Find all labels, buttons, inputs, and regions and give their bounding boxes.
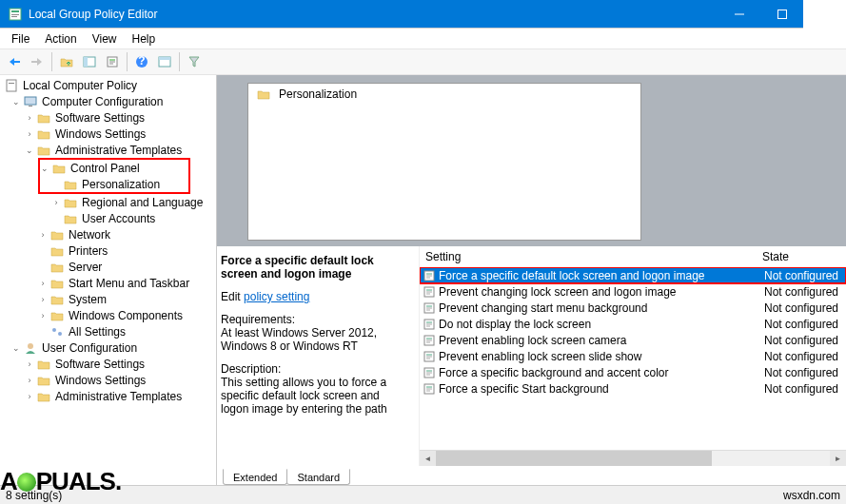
tree-server[interactable]: Server xyxy=(2,259,214,275)
menu-help[interactable]: Help xyxy=(125,30,164,48)
menu-file[interactable]: File xyxy=(4,30,37,48)
settings-icon xyxy=(49,325,65,339)
collapse-icon[interactable]: ⌄ xyxy=(40,164,49,173)
settings-row[interactable]: Force a specific background and accent c… xyxy=(420,364,846,380)
requirements-section: Requirements: At least Windows Server 20… xyxy=(221,313,409,353)
policy-icon xyxy=(4,79,19,92)
minimize-button[interactable] xyxy=(718,0,760,29)
setting-label: Prevent enabling lock screen camera xyxy=(439,334,764,347)
help-button[interactable]: ? xyxy=(131,51,152,72)
edit-policy-link[interactable]: policy setting xyxy=(244,290,309,303)
setting-icon xyxy=(422,285,437,299)
tree-printers[interactable]: Printers xyxy=(2,242,214,259)
maximize-button[interactable] xyxy=(760,0,803,29)
settings-header: Setting State xyxy=(420,246,846,267)
setting-icon xyxy=(422,334,437,347)
folder-icon xyxy=(49,244,65,258)
tree-u-software[interactable]: › Software Settings xyxy=(2,356,214,372)
tree-system[interactable]: › System xyxy=(2,291,214,307)
expand-icon[interactable]: › xyxy=(25,376,34,385)
computer-icon xyxy=(23,95,38,108)
collapse-icon[interactable]: ⌄ xyxy=(11,97,21,107)
tree-personalization[interactable]: Personalization xyxy=(40,176,188,192)
description-label: Description: xyxy=(221,362,409,376)
collapse-icon[interactable]: ⌄ xyxy=(25,145,34,155)
window-title: Local Group Policy Editor xyxy=(29,8,718,21)
expand-icon[interactable]: › xyxy=(25,129,34,139)
folder-icon xyxy=(36,390,51,403)
settings-row[interactable]: Do not display the lock screenNot config… xyxy=(420,316,846,332)
expand-icon[interactable]: › xyxy=(25,392,34,401)
setting-icon xyxy=(422,269,437,282)
edit-link-row: Edit policy setting xyxy=(221,290,409,303)
folder-icon xyxy=(49,277,65,290)
back-button[interactable] xyxy=(4,51,25,72)
settings-row[interactable]: Force a specific default lock screen and… xyxy=(420,267,846,283)
tree-all-settings[interactable]: All Settings xyxy=(2,323,214,339)
folder-icon xyxy=(49,228,65,242)
tree-computer-config[interactable]: ⌄ Computer Configuration xyxy=(2,93,214,109)
selected-setting-title: Force a specific default lock screen and… xyxy=(221,254,409,281)
scroll-thumb[interactable] xyxy=(436,451,712,466)
folder-icon xyxy=(63,196,78,209)
collapse-icon[interactable]: ⌄ xyxy=(11,343,21,353)
expand-icon[interactable]: › xyxy=(25,113,34,123)
setting-icon xyxy=(422,301,437,315)
column-state[interactable]: State xyxy=(762,250,844,263)
tree-start-menu[interactable]: › Start Menu and Taskbar xyxy=(2,275,214,291)
properties-button[interactable] xyxy=(102,51,123,72)
tree-control-panel[interactable]: ⌄ Control Panel xyxy=(40,160,188,176)
expand-icon[interactable]: › xyxy=(25,359,34,369)
settings-row[interactable]: Prevent changing start menu backgroundNo… xyxy=(420,300,846,316)
tree-user-accounts[interactable]: User Accounts xyxy=(2,210,214,226)
tree-network[interactable]: › Network xyxy=(2,226,214,242)
tree-u-admin-templates[interactable]: › Administrative Templates xyxy=(2,388,214,404)
expand-icon[interactable]: › xyxy=(38,311,48,320)
forward-button[interactable] xyxy=(27,51,48,72)
settings-row[interactable]: Prevent enabling lock screen slide showN… xyxy=(420,348,846,364)
tree-root[interactable]: Local Computer Policy xyxy=(2,77,214,93)
tree-software-settings[interactable]: › Software Settings xyxy=(2,109,214,126)
tree-u-windows[interactable]: › Windows Settings xyxy=(2,372,214,388)
settings-row[interactable]: Prevent enabling lock screen cameraNot c… xyxy=(420,332,846,348)
expand-icon[interactable]: › xyxy=(38,279,48,288)
folder-icon xyxy=(49,293,65,306)
folder-up-button[interactable] xyxy=(56,51,77,72)
expand-icon[interactable]: › xyxy=(38,295,48,304)
statusbar: 8 setting(s) wsxdn.com xyxy=(0,485,846,504)
settings-row[interactable]: Force a specific Start backgroundNot con… xyxy=(420,380,846,397)
requirements-text: At least Windows Server 2012, Windows 8 … xyxy=(221,326,409,353)
setting-icon xyxy=(422,350,437,363)
expand-icon[interactable]: › xyxy=(38,230,48,240)
settings-row[interactable]: Prevent changing lock screen and logon i… xyxy=(420,283,846,300)
tree-windows-components[interactable]: › Windows Components xyxy=(2,307,214,323)
tree-regional[interactable]: › Regional and Language xyxy=(2,194,214,210)
menu-action[interactable]: Action xyxy=(37,30,84,48)
tab-extended[interactable]: Extended xyxy=(223,469,287,485)
svg-rect-19 xyxy=(159,57,170,60)
settings-list[interactable]: Force a specific default lock screen and… xyxy=(420,267,846,450)
header-preview: Personalization xyxy=(217,75,846,246)
scroll-track[interactable] xyxy=(436,451,830,466)
window-controls xyxy=(718,0,846,29)
tree-user-config[interactable]: ⌄ User Configuration xyxy=(2,339,214,356)
folder-icon xyxy=(49,309,65,322)
tab-standard[interactable]: Standard xyxy=(286,469,350,485)
scroll-left-button[interactable]: ◄ xyxy=(420,451,436,466)
tree-panel[interactable]: Local Computer Policy ⌄ Computer Configu… xyxy=(0,75,217,485)
breadcrumb-text: Personalization xyxy=(279,87,357,101)
horizontal-scrollbar[interactable]: ◄ ► xyxy=(420,450,846,466)
setting-state: Not configured xyxy=(764,318,846,331)
breadcrumb: Personalization xyxy=(248,84,640,105)
expand-icon[interactable]: › xyxy=(51,198,61,207)
close-button[interactable] xyxy=(803,0,846,29)
filter-button[interactable] xyxy=(184,51,205,72)
column-setting[interactable]: Setting xyxy=(422,250,762,263)
show-hide-tree-button[interactable] xyxy=(79,51,100,72)
menu-view[interactable]: View xyxy=(85,30,125,48)
setting-state: Not configured xyxy=(764,334,846,347)
scroll-right-button[interactable]: ► xyxy=(830,451,846,466)
tree-windows-settings[interactable]: › Windows Settings xyxy=(2,126,214,142)
export-button[interactable] xyxy=(154,51,175,72)
tree-admin-templates[interactable]: ⌄ Administrative Templates xyxy=(2,142,214,158)
